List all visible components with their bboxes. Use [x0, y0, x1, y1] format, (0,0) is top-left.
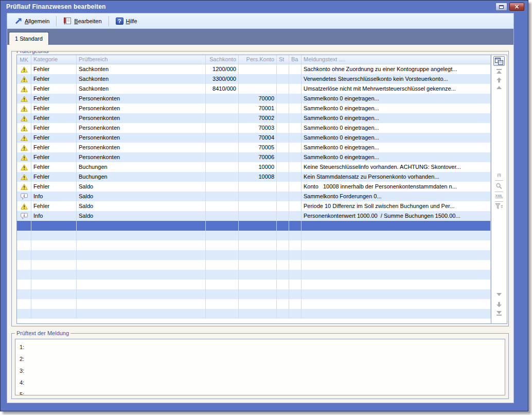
scroll-to-bottom-icon[interactable] — [496, 311, 502, 316]
window-content: AllgemeinBearbeiten?Hilfe 1 Standard Prü… — [7, 13, 514, 403]
cell-mk — [17, 280, 31, 289]
cell-st — [277, 94, 289, 103]
cell-sachkonto — [206, 143, 239, 152]
table-row[interactable]: FehlerSachkonten8410/000Umsatzerlöse nic… — [17, 84, 491, 94]
cell-kategorie — [31, 289, 77, 299]
scroll-down-icon[interactable] — [496, 302, 502, 307]
cell-meldungstext: Periode 10 Differenz im Soll zwischen Bu… — [302, 201, 491, 211]
empty-table-row[interactable] — [17, 240, 491, 250]
page-down-icon[interactable] — [496, 293, 502, 296]
cell-pruefbereich: Personenkonten — [77, 152, 206, 162]
column-header[interactable]: Pers.Konto — [239, 55, 277, 64]
cell-kategorie: Info — [31, 211, 77, 221]
cell-sachkonto: 1200/000 — [206, 64, 239, 74]
column-header[interactable]: Meldungstext .... — [302, 55, 491, 64]
warning-icon — [21, 174, 28, 180]
cell-kategorie: Fehler — [31, 113, 77, 123]
xml-icon[interactable]: XML — [495, 194, 503, 198]
empty-table-row[interactable] — [17, 299, 491, 309]
info-icon: i — [21, 193, 28, 200]
column-header[interactable]: Kategorie — [31, 55, 77, 64]
cell-mk — [17, 74, 31, 84]
column-header[interactable]: Ba — [289, 55, 302, 64]
table-row[interactable]: FehlerPersonenkonten70005Sammelkonto 0 e… — [17, 143, 491, 152]
search-icon[interactable] — [496, 183, 503, 189]
empty-table-row[interactable] — [17, 260, 491, 270]
column-header[interactable]: Prüfbereich — [77, 55, 206, 64]
table-row[interactable]: FehlerPersonenkonten70004Sammelkonto 0 e… — [17, 133, 491, 143]
toolbar-button-label: Hilfe — [126, 18, 137, 24]
close-button[interactable]: × — [509, 3, 524, 11]
cell-ba — [289, 211, 302, 221]
empty-table-row[interactable] — [17, 280, 491, 289]
toolbar-button-bearbeiten[interactable]: Bearbeiten — [60, 15, 104, 26]
cell-kategorie — [31, 280, 77, 289]
table-row[interactable]: FehlerSaldoPeriode 10 Differenz im Soll … — [17, 201, 491, 211]
restore-button[interactable] — [495, 3, 507, 11]
table-row[interactable]: FehlerBuchungen10000Keine Steuerschlüsse… — [17, 162, 491, 172]
cell-meldungstext: Keine Steuerschlüsselinfo vorhanden. ACH… — [302, 162, 491, 172]
table-header-row: MKKategoriePrüfbereichSachkontoPers.Kont… — [17, 55, 491, 64]
cell-perskonto: 70001 — [239, 103, 277, 113]
warning-icon — [21, 164, 28, 170]
table-row[interactable]: FehlerSachkonten3300/000Verwendetes Steu… — [17, 74, 491, 84]
table-row[interactable]: FehlerSachkonten1200/000Sachkonto ohne Z… — [17, 64, 491, 74]
scroll-to-top-icon[interactable] — [496, 68, 502, 74]
warning-icon — [21, 86, 28, 92]
cell-pruefbereich: Saldo — [77, 182, 206, 192]
toolbar-separator — [56, 16, 57, 26]
cell-kategorie: Fehler — [31, 94, 77, 103]
cell-st — [277, 201, 289, 211]
tab-1-standard[interactable]: 1 Standard — [9, 32, 49, 45]
cell-perskonto — [239, 270, 277, 280]
table-row[interactable]: iInfoSaldoSammelkonto Forderungen 0... — [17, 192, 491, 201]
toolbar-button-hilfe[interactable]: ?Hilfe — [113, 16, 140, 26]
cell-ba — [289, 103, 302, 113]
cell-ba — [289, 133, 302, 143]
cell-ba — [289, 84, 302, 94]
empty-table-row[interactable] — [17, 270, 491, 280]
table-row[interactable]: FehlerPersonenkonten70002Sammelkonto 0 e… — [17, 113, 491, 123]
sidebar-separator — [495, 192, 503, 192]
table-row[interactable]: FehlerPersonenkonten70001Sammelkonto 0 e… — [17, 103, 491, 113]
scroll-up-icon[interactable] — [496, 77, 502, 83]
column-chooser-icon[interactable] — [493, 56, 505, 66]
table-row[interactable]: FehlerPersonenkonten70000Sammelkonto 0 e… — [17, 94, 491, 103]
prueftext-line: 3: — [20, 365, 505, 377]
empty-table-row[interactable] — [17, 250, 491, 260]
cell-st — [277, 162, 289, 172]
empty-table-row[interactable] — [17, 289, 491, 299]
cell-mk — [17, 172, 31, 182]
table-row[interactable]: FehlerBuchungen10008Kein Stammdatensatz … — [17, 172, 491, 182]
cell-mk — [17, 240, 31, 250]
filter-icon[interactable] — [495, 203, 503, 210]
table-row[interactable]: FehlerPersonenkonten70003Sammelkonto 0 e… — [17, 123, 491, 133]
cell-mk — [17, 143, 31, 152]
column-header[interactable]: Sachkonto — [206, 55, 239, 64]
column-header[interactable]: MK — [17, 55, 31, 64]
cell-ba — [289, 260, 302, 270]
empty-table-row[interactable] — [17, 231, 491, 240]
selected-empty-row[interactable] — [17, 221, 491, 231]
brackets-icon[interactable]: (I) — [497, 172, 501, 177]
cell-perskonto: 70002 — [239, 113, 277, 123]
page-up-icon[interactable] — [496, 86, 502, 89]
column-header[interactable]: St — [277, 55, 289, 64]
cell-perskonto — [239, 250, 277, 260]
cell-pruefbereich — [77, 240, 206, 250]
table-row[interactable]: iInfoSaldoPersonenkontenwert 1000.00 / S… — [17, 211, 491, 221]
prueftext-line: 4: — [20, 377, 505, 389]
empty-table-row[interactable] — [17, 309, 491, 319]
cell-perskonto — [239, 280, 277, 289]
cell-pruefbereich — [77, 299, 206, 309]
cell-perskonto — [239, 64, 277, 74]
cell-perskonto — [239, 240, 277, 250]
cell-st — [277, 143, 289, 152]
cell-kategorie — [31, 250, 77, 260]
prueftext-field[interactable]: 1:2:3:4:5: — [15, 339, 505, 395]
table-row[interactable]: FehlerSaldoKonto 10008 innerhalb der Per… — [17, 182, 491, 192]
prueftext-group: Prüftext der Meldung 1:2:3:4:5: — [11, 333, 509, 399]
table-row[interactable]: FehlerPersonenkonten70006Sammelkonto 0 e… — [17, 152, 491, 162]
cell-mk — [17, 221, 31, 231]
toolbar-button-allgemein[interactable]: Allgemein — [12, 16, 52, 26]
